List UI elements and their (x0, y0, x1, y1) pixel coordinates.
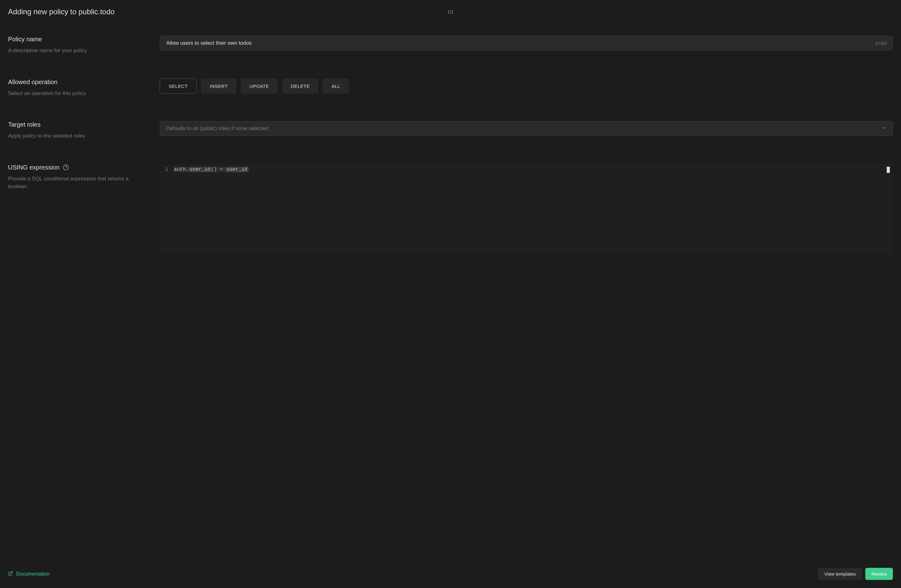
operation-insert-button[interactable]: INSERT (201, 79, 237, 94)
documentation-link-label: Documentation (16, 571, 50, 577)
modal-footer: Documentation View templates Review (0, 560, 901, 588)
operation-delete-button[interactable]: DELETE (282, 79, 318, 94)
target-roles-label: Target roles (8, 121, 147, 128)
target-roles-description: Apply policy to the selected roles (8, 132, 147, 140)
operation-all-button[interactable]: ALL (323, 79, 349, 94)
policy-name-section: Policy name A descriptive name for your … (0, 24, 901, 67)
operation-select-button[interactable]: SELECT (160, 79, 196, 94)
footer-button-group: View templates Review (818, 568, 893, 580)
page-title: Adding new policy to public.todo (8, 8, 115, 16)
target-roles-select[interactable]: Defaults to all (public) roles if none s… (160, 121, 893, 136)
sql-expression-editor[interactable]: 1 auth.user_id() = user_id (160, 164, 893, 254)
policy-name-input[interactable] (160, 36, 893, 51)
review-button[interactable]: Review (865, 568, 893, 580)
operation-button-group: SELECT INSERT UPDATE DELETE ALL (160, 79, 893, 94)
using-expression-description: Provide a SQL conditional expression tha… (8, 175, 147, 191)
line-number-gutter: 1 (160, 164, 174, 254)
svg-line-2 (10, 572, 12, 574)
chevron-down-icon (882, 125, 886, 132)
policy-name-description: A descriptive name for your policy (8, 47, 147, 54)
using-expression-section: USING expression Provide a SQL condition… (0, 152, 901, 560)
pagination-indicator: 1/1 (447, 9, 453, 14)
content-area: Policy name A descriptive name for your … (0, 24, 901, 560)
allowed-operation-section: Allowed operation Select an operation fo… (0, 67, 901, 110)
allowed-operation-description: Select an operation for this policy (8, 89, 147, 98)
help-icon[interactable] (63, 164, 69, 170)
editor-cursor (887, 167, 890, 173)
operation-update-button[interactable]: UPDATE (241, 79, 278, 94)
target-roles-section: Target roles Apply policy to the selecte… (0, 109, 901, 152)
policy-name-label: Policy name (8, 36, 147, 43)
view-templates-button[interactable]: View templates (818, 568, 862, 580)
modal-header: Adding new policy to public.todo 1/1 (0, 0, 901, 24)
external-link-icon (8, 571, 13, 577)
allowed-operation-label: Allowed operation (8, 79, 147, 86)
char-count-indicator: 37/63 (875, 40, 887, 46)
target-roles-placeholder: Defaults to all (public) roles if none s… (166, 125, 268, 132)
documentation-link[interactable]: Documentation (8, 571, 50, 577)
code-content: auth.user_id() = user_id (174, 164, 893, 254)
using-expression-label: USING expression (8, 164, 147, 171)
